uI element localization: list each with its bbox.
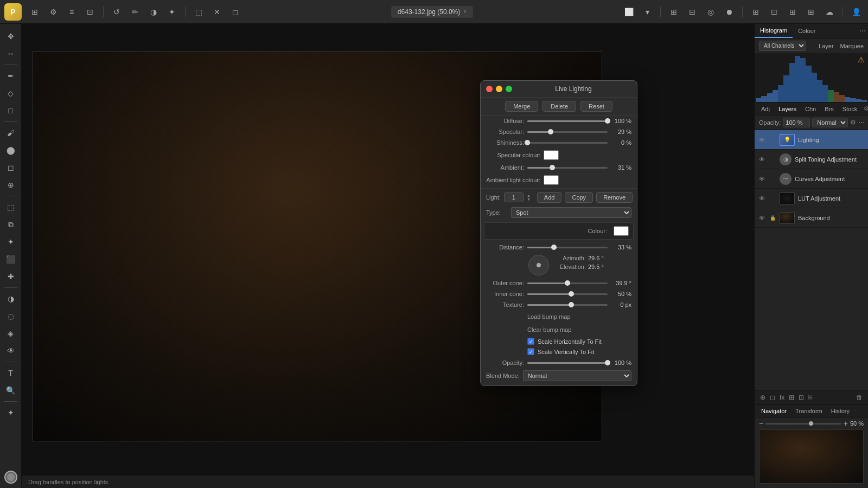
delete-button[interactable]: Delete: [542, 101, 576, 112]
toolbar-export[interactable]: ⊡: [82, 4, 98, 20]
direction-control[interactable]: [528, 255, 549, 275]
histogram-options[interactable]: ⋯: [857, 25, 868, 37]
remove-button[interactable]: Remove: [596, 192, 633, 203]
toolbar-pen[interactable]: ◻: [228, 4, 243, 20]
toolbar-workspaces[interactable]: ⊞: [27, 4, 42, 20]
tab-marquee-hist[interactable]: Marquee: [840, 43, 864, 49]
gear-icon[interactable]: ⚙: [850, 119, 856, 126]
zoom-plus-button[interactable]: +: [844, 419, 848, 428]
dialog-close-button[interactable]: [486, 86, 493, 92]
pb-add-icon[interactable]: ⊕: [759, 393, 767, 402]
dialog-minimize-button[interactable]: [496, 86, 502, 92]
light-num-arrows[interactable]: ▲ ▼: [527, 194, 531, 201]
toolbar-grid[interactable]: ⊞: [666, 4, 681, 20]
texture-slider[interactable]: [527, 304, 608, 306]
toolbar-brush[interactable]: ✏: [127, 4, 143, 20]
distance-thumb[interactable]: [551, 245, 557, 250]
diffuse-thumb[interactable]: [605, 118, 610, 124]
inner-cone-thumb[interactable]: [569, 291, 574, 297]
pb-mask-icon[interactable]: ◻: [769, 393, 776, 402]
layer-item-lighting[interactable]: 👁 💡 Lighting: [755, 130, 868, 150]
tab-layer-hist[interactable]: Layer: [819, 43, 834, 49]
layers-options-icon[interactable]: ⚙: [861, 102, 868, 115]
toolbar-channels[interactable]: ⊡: [767, 4, 782, 20]
scale-vertical-checkbox[interactable]: ✓: [527, 348, 534, 355]
tab-adj[interactable]: Adj: [757, 103, 774, 115]
specular-slider[interactable]: [527, 131, 608, 133]
toolbar-undo[interactable]: ↺: [109, 4, 124, 20]
texture-thumb[interactable]: [569, 302, 574, 307]
close-tab-button[interactable]: ×: [463, 9, 467, 15]
file-tab[interactable]: d643-132.jpg (50.0%) ×: [391, 6, 473, 18]
tool-select-rect[interactable]: ⬚: [3, 199, 19, 215]
toolbar-adjustments2[interactable]: ◑: [146, 4, 161, 20]
light-num-input[interactable]: 1: [504, 192, 524, 202]
toolbar-symbols[interactable]: ⊞: [785, 4, 800, 20]
zoom-slider[interactable]: [765, 423, 841, 425]
tab-colour[interactable]: Colour: [793, 24, 821, 37]
tab-histogram[interactable]: Histogram: [755, 24, 793, 38]
dialog-maximize-button[interactable]: [506, 86, 512, 92]
tool-shape[interactable]: □: [3, 102, 19, 119]
pb-delete-icon[interactable]: 🗑: [855, 393, 864, 402]
opacity-thumb-dialog[interactable]: [605, 360, 610, 365]
channels-select[interactable]: All Channels: [759, 41, 806, 51]
specular-colour-swatch[interactable]: [544, 150, 559, 160]
layer-visibility-split[interactable]: 👁: [758, 156, 765, 163]
tool-select-freehand[interactable]: ⧉: [3, 216, 19, 233]
blend-mode-select[interactable]: Normal: [812, 118, 848, 127]
toolbar-select[interactable]: ⬚: [191, 4, 206, 20]
tab-stock[interactable]: Stock: [838, 103, 862, 115]
tool-fill[interactable]: ⬤: [3, 142, 19, 158]
opacity-input[interactable]: 100 %: [783, 118, 810, 127]
tool-select-magic[interactable]: ✦: [3, 234, 19, 250]
inner-cone-slider[interactable]: [527, 293, 608, 295]
outer-cone-thumb[interactable]: [565, 280, 570, 286]
tool-red-eye[interactable]: 👁: [3, 343, 19, 359]
layer-item-lut[interactable]: 👁 LUT Adjustment: [755, 189, 868, 208]
layer-item-curves[interactable]: 👁 〜 Curves Adjustment: [755, 169, 868, 189]
layer-item-background[interactable]: 👁 🔒 Background: [755, 208, 868, 228]
light-num-down[interactable]: ▼: [527, 197, 531, 201]
pb-fx-icon[interactable]: fx: [778, 393, 786, 402]
tool-text[interactable]: T: [3, 365, 19, 381]
toolbar-link[interactable]: ⊞: [803, 4, 819, 20]
distance-slider[interactable]: [527, 247, 608, 248]
pb-group-icon[interactable]: ⊡: [797, 393, 805, 402]
toolbar-view-dropdown[interactable]: ▾: [640, 4, 655, 20]
light-num-up[interactable]: ▲: [527, 194, 531, 197]
layer-visibility-curves[interactable]: 👁: [758, 175, 765, 183]
blend-mode-select-dialog[interactable]: Normal: [523, 370, 631, 381]
tab-navigator[interactable]: Navigator: [757, 405, 791, 417]
color-swatch[interactable]: [4, 471, 17, 484]
tab-chn[interactable]: Chn: [801, 103, 820, 115]
tool-slice[interactable]: ✚: [3, 268, 19, 285]
toolbar-adjustments[interactable]: ≡: [64, 4, 79, 20]
reset-button[interactable]: Reset: [580, 101, 612, 112]
tool-paint[interactable]: 🖌: [3, 125, 19, 141]
copy-button[interactable]: Copy: [565, 192, 593, 203]
tool-erase[interactable]: ◻: [3, 159, 19, 176]
tool-blur[interactable]: ◌: [3, 308, 19, 324]
toolbar-user[interactable]: 👤: [848, 4, 864, 20]
tool-liquify[interactable]: ◈: [3, 325, 19, 342]
tool-pen[interactable]: ✒: [3, 68, 19, 84]
load-bump-map-button[interactable]: Load bump map: [527, 312, 571, 321]
tool-dodge[interactable]: ◑: [3, 291, 19, 307]
outer-cone-slider[interactable]: [527, 282, 608, 284]
tool-zoom[interactable]: 🔍: [3, 382, 19, 399]
pb-duplicate-icon[interactable]: ⎘: [807, 393, 813, 402]
toolbar-layers[interactable]: ⊞: [748, 4, 763, 20]
diffuse-slider[interactable]: [527, 120, 608, 122]
specular-thumb[interactable]: [548, 129, 553, 134]
canvas-area[interactable]: Drag handles to position lights.: [22, 24, 754, 488]
tab-layers[interactable]: Layers: [774, 103, 801, 115]
toolbar-arrange[interactable]: ⊟: [685, 4, 700, 20]
scale-horizontal-checkbox[interactable]: ✓: [527, 338, 534, 345]
tool-node[interactable]: ◇: [3, 85, 19, 101]
tool-move[interactable]: ✥: [3, 28, 19, 44]
tab-history[interactable]: History: [827, 405, 854, 417]
ambient-slider[interactable]: [527, 167, 608, 169]
add-button[interactable]: Add: [537, 192, 562, 203]
tool-crop[interactable]: ⬛: [3, 251, 19, 267]
